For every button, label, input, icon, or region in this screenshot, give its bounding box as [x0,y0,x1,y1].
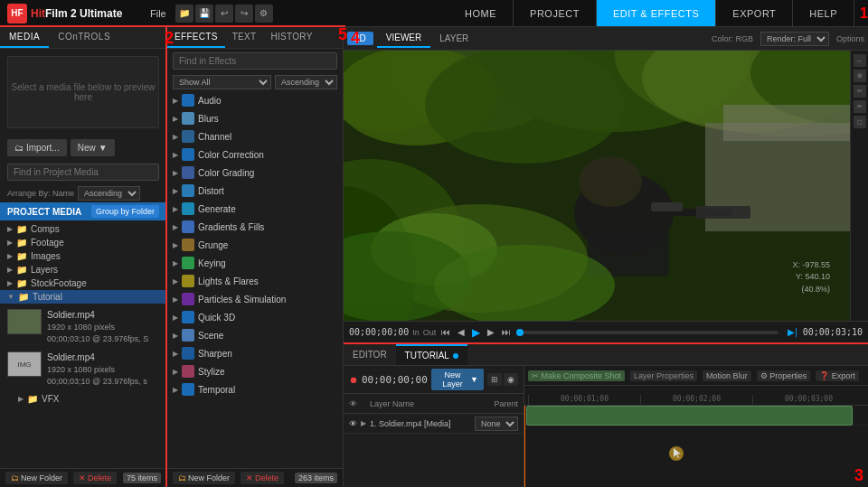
effects-order-select[interactable]: Ascending [275,75,337,89]
play-button[interactable]: ▶ [470,326,482,339]
delete-button[interactable]: ✕ Delete [73,472,117,484]
nav-tab-help[interactable]: HELP [793,0,854,26]
effects-search-input[interactable] [173,52,337,70]
record-icon: ⏺ [349,375,358,385]
next-frame-button[interactable]: ⏭ [500,327,513,337]
toolbar-open-icon[interactable]: 📁 [175,5,193,23]
effect-temporal[interactable]: ▶ Temporal [167,380,343,398]
file-menu[interactable]: File [145,8,172,19]
tree-item-comps[interactable]: ▶ 📁 Comps [0,222,166,236]
tree-label: Comps [31,224,60,234]
effect-color-correction[interactable]: ▶ Color Correction [167,145,343,164]
timeline-timecode: 00;00;00;00 [362,374,428,386]
arrange-select[interactable]: Ascending [78,186,140,201]
ruler-mark-3: 00;00;03;00 [752,395,864,405]
tab-editor[interactable]: EDITOR [344,344,396,365]
tab-layer[interactable]: LAYER [430,30,477,47]
step-back-button[interactable]: ◀ [456,327,467,337]
tab-text[interactable]: TEXT [225,27,264,48]
timeline-cursor[interactable] [524,406,525,487]
properties-button[interactable]: ⚙ Properties [757,370,811,381]
effect-scene[interactable]: ▶ Scene [167,326,343,344]
tree-item-images[interactable]: ▶ 📁 Images [0,249,166,263]
options-button[interactable]: Options [836,34,864,43]
tl-icon-2[interactable]: ◉ [504,373,518,386]
effects-new-folder-button[interactable]: 🗂 New Folder [173,472,235,484]
gear-icon: ⚙ [760,371,768,380]
effect-color-grading[interactable]: ▶ Color Grading [167,164,343,182]
nav-tab-home[interactable]: HOME [448,0,514,26]
tree-item-layers[interactable]: ▶ 📁 Layers [0,263,166,276]
category-label: Keying [198,258,226,268]
step-forward-button[interactable]: ▶ [486,327,496,337]
effect-blurs[interactable]: ▶ Blurs [167,109,343,127]
make-composite-shot-button[interactable]: ✂ Make Composite Shot [528,370,625,381]
arrow-icon: ▶ [173,241,178,249]
prev-frame-button[interactable]: ⏮ [439,327,452,337]
tree-item-tutorial[interactable]: ▼ 📁 Tutorial [0,290,166,304]
layer-parent-select[interactable]: None [475,417,518,431]
media-file-soldier1: Soldier.mp4 1920 x 1080 pixels 00;00;03;… [7,307,159,346]
tab-controls[interactable]: COnTROLS [49,27,119,48]
effect-gradients-fills[interactable]: ▶ Gradients & Fills [167,218,343,236]
render-select[interactable]: Render: Full [760,32,829,46]
effect-sharpen[interactable]: ▶ Sharpen [167,344,343,362]
timeline-layer-clip[interactable] [526,406,853,426]
effect-audio[interactable]: ▶ Audio [167,91,343,109]
viewer-tool-3[interactable]: ✂ [854,85,866,98]
layer-eye-toggle[interactable]: 👁 [349,419,357,428]
viewer-tool-5[interactable]: ◻ [854,116,866,128]
tree-item-vfx[interactable]: ▶ 📁 VFX [0,392,166,406]
new-button[interactable]: New ▼ [71,139,115,156]
active-dot [453,353,458,359]
new-folder-button[interactable]: 🗂 New Folder [5,472,68,484]
nav-tab-export[interactable]: EXPORT [716,0,793,26]
tab-history[interactable]: HISTORY [263,27,319,48]
motion-blur-button[interactable]: Motion Blur [703,370,751,381]
tab-viewer[interactable]: VIEWER [377,29,430,48]
nav-tab-project[interactable]: PROJECT [514,0,597,26]
effect-particles[interactable]: ▶ Particles & Simulation [167,290,343,308]
toolbar-settings-icon[interactable]: ⚙ [255,5,273,23]
play-end-button[interactable]: ▶| [786,327,799,337]
left-panel-bottom: 🗂 New Folder ✕ Delete 75 items [0,468,166,487]
cat-icon [182,220,194,233]
effect-stylize[interactable]: ▶ Stylize [167,362,343,380]
nav-tab-edit-effects[interactable]: EDIT & EFFECTS [597,0,716,26]
media-info: Soldier.mp4 1920 x 1080 pixels 00;00;03;… [47,351,147,387]
tab-effects[interactable]: EFFECTS [167,27,225,48]
search-media-input[interactable] [7,164,159,181]
export-button[interactable]: ❓ Export [816,370,859,381]
playhead-knob[interactable] [516,329,524,336]
tab-tutorial[interactable]: TUTORIAL [396,344,467,365]
svg-rect-14 [696,206,750,219]
viewer-tool-2[interactable]: ⊕ [854,70,866,82]
toolbar-save-icon[interactable]: 💾 [195,5,213,23]
tree-item-stockfootage[interactable]: ▶ 📁 StockFootage [0,276,166,290]
effect-channel[interactable]: ▶ Channel [167,127,343,145]
effects-delete-button[interactable]: ✕ Delete [241,472,284,484]
category-label: Blurs [198,114,219,124]
import-button[interactable]: 🗂 Import... [7,139,67,156]
effect-keying[interactable]: ▶ Keying [167,254,343,272]
arrow-icon: ▶ [173,277,178,286]
viewer-tool-1[interactable]: ↔ [854,54,866,67]
tl-icon-1[interactable]: ⊞ [487,373,502,386]
effect-quick3d[interactable]: ▶ Quick 3D [167,308,343,326]
layer-properties-button[interactable]: Layer Properties [630,370,697,381]
arrow-icon: ▶ [173,350,178,358]
viewer-tool-4[interactable]: ✏ [854,100,866,113]
effects-filter-select[interactable]: Show All [173,75,271,89]
toolbar-undo-icon[interactable]: ↩ [215,5,233,23]
effect-grunge[interactable]: ▶ Grunge [167,236,343,254]
group-by-folder-button[interactable]: Group by Folder [91,205,159,218]
effect-lights-flares[interactable]: ▶ Lights & Flares [167,272,343,290]
effect-generate[interactable]: ▶ Generate [167,200,343,218]
effect-distort[interactable]: ▶ Distort [167,182,343,200]
tab-media[interactable]: MEDIA [0,27,49,48]
playhead-bar[interactable] [520,331,778,334]
new-layer-button[interactable]: New Layer ▼ [431,369,484,390]
tree-item-footage[interactable]: ▶ 📁 Footage [0,236,166,249]
toolbar-redo-icon[interactable]: ↪ [235,5,253,23]
delete-icon: ✕ [79,473,86,482]
